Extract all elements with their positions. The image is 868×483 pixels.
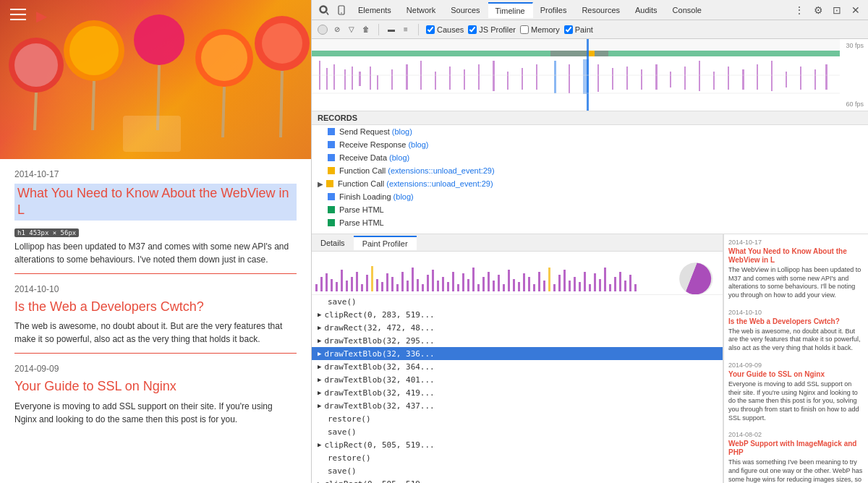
svg-rect-111 bbox=[558, 275, 561, 291]
trash-button[interactable]: 🗑 bbox=[361, 25, 371, 35]
tab-sources[interactable]: Sources bbox=[443, 3, 488, 17]
svg-rect-103 bbox=[518, 282, 520, 291]
svg-rect-86 bbox=[432, 270, 434, 291]
filter-button[interactable]: ▽ bbox=[346, 25, 357, 35]
tab-audits[interactable]: Audits bbox=[628, 3, 665, 17]
svg-rect-77 bbox=[386, 273, 388, 291]
svg-rect-50 bbox=[684, 67, 686, 90]
paint-checkbox[interactable] bbox=[564, 25, 573, 34]
svg-rect-42 bbox=[569, 64, 570, 93]
svg-rect-117 bbox=[589, 284, 591, 291]
records-list: Send Request (blog) Receive Response (bl… bbox=[312, 125, 868, 229]
close-icon[interactable]: ✕ bbox=[848, 2, 864, 18]
svg-rect-106 bbox=[533, 284, 535, 291]
svg-rect-75 bbox=[376, 279, 378, 291]
call-item-3[interactable]: ▶drawTextBlob(32, 295... bbox=[312, 334, 723, 347]
call-item-11[interactable]: ▶clipRect(0, 505, 519... bbox=[312, 438, 723, 451]
post-date-2: 2014-10-10 bbox=[14, 284, 297, 294]
record-item-5: Finish Loading (blog) bbox=[312, 190, 868, 203]
memory-checkbox[interactable] bbox=[520, 25, 529, 34]
post-title-2[interactable]: Is the Web a Developers Cwtch? bbox=[14, 299, 297, 315]
svg-rect-49 bbox=[670, 72, 671, 87]
svg-line-9 bbox=[35, 93, 36, 130]
svg-rect-119 bbox=[599, 279, 601, 291]
causes-checkbox-label[interactable]: Causes bbox=[426, 25, 464, 34]
svg-rect-68 bbox=[341, 270, 343, 291]
svg-rect-112 bbox=[563, 270, 566, 291]
call-item-5[interactable]: ▶drawTextBlob(32, 364... bbox=[312, 360, 723, 373]
svg-rect-101 bbox=[508, 270, 510, 291]
svg-rect-17 bbox=[312, 39, 840, 51]
call-item-10[interactable]: save() bbox=[312, 425, 723, 438]
js-profiler-checkbox-label[interactable]: JS Profiler bbox=[468, 25, 516, 34]
call-item-12[interactable]: restore() bbox=[312, 451, 723, 464]
record-item-1: Receive Response (blog) bbox=[312, 138, 868, 151]
call-item-0[interactable]: save() bbox=[312, 295, 723, 308]
devtools-tab-bar: Elements Network Sources Timeline Profil… bbox=[312, 0, 868, 20]
svg-rect-58 bbox=[800, 67, 801, 90]
tab-paint-profiler[interactable]: Paint Profiler bbox=[354, 236, 417, 250]
post-date-1: 2014-10-17 bbox=[14, 169, 297, 179]
undock-icon[interactable]: ⊡ bbox=[829, 2, 845, 18]
tab-timeline[interactable]: Timeline bbox=[488, 2, 533, 18]
js-profiler-checkbox[interactable] bbox=[468, 25, 477, 34]
call-item-1[interactable]: ▶clipRect(0, 283, 519... bbox=[312, 308, 723, 321]
settings-icon[interactable]: ⚙ bbox=[810, 2, 826, 18]
paint-checkbox-label[interactable]: Paint bbox=[564, 25, 593, 34]
bar-chart-icon[interactable]: ▬ bbox=[386, 25, 396, 35]
svg-rect-25 bbox=[344, 69, 346, 90]
memory-checkbox-label[interactable]: Memory bbox=[520, 25, 560, 34]
svg-rect-39 bbox=[522, 68, 523, 90]
svg-rect-43 bbox=[583, 59, 589, 94]
tab-console[interactable]: Console bbox=[665, 3, 710, 17]
svg-rect-127 bbox=[371, 266, 373, 291]
hamburger-menu[interactable] bbox=[10, 9, 26, 20]
flame-graph-area[interactable]: 1.262 ms bbox=[312, 252, 723, 295]
inspect-icon[interactable] bbox=[316, 2, 332, 18]
svg-rect-120 bbox=[604, 268, 606, 291]
call-item-14[interactable]: ▶clipRect(0, 505, 519... bbox=[312, 477, 723, 483]
record-button[interactable] bbox=[318, 25, 328, 35]
bottom-section: Details Paint Profiler bbox=[312, 234, 868, 483]
svg-rect-95 bbox=[477, 284, 480, 291]
svg-rect-36 bbox=[478, 64, 480, 90]
devtools-right-icons: ⋮ ⚙ ⊡ ✕ bbox=[791, 2, 864, 18]
svg-rect-55 bbox=[757, 64, 758, 90]
call-item-7[interactable]: ▶drawTextBlob(32, 419... bbox=[312, 386, 723, 399]
svg-rect-118 bbox=[594, 273, 596, 291]
svg-rect-19 bbox=[550, 51, 608, 56]
svg-rect-76 bbox=[381, 282, 383, 291]
preview-panel: 2014-10-17 What You Need to Know About t… bbox=[723, 234, 868, 483]
tab-resources[interactable]: Resources bbox=[574, 3, 628, 17]
call-item-4[interactable]: ▶drawTextBlob(32, 336... bbox=[312, 347, 723, 360]
post-title-1[interactable]: What You Need to Know About the WebView … bbox=[14, 184, 297, 221]
tab-profiles[interactable]: Profiles bbox=[533, 3, 575, 17]
tab-details[interactable]: Details bbox=[312, 236, 354, 249]
svg-rect-27 bbox=[359, 72, 361, 86]
call-item-8[interactable]: ▶drawTextBlob(32, 437... bbox=[312, 399, 723, 412]
tab-network[interactable]: Network bbox=[399, 3, 443, 17]
dock-icon[interactable]: ⋮ bbox=[791, 2, 807, 18]
call-item-2[interactable]: ▶drawRect(32, 472, 48... bbox=[312, 321, 723, 334]
mobile-icon[interactable] bbox=[333, 2, 349, 18]
causes-checkbox[interactable] bbox=[426, 25, 435, 34]
svg-rect-113 bbox=[569, 281, 571, 291]
element-badge-1: h1 453px × 56px bbox=[14, 228, 79, 237]
svg-rect-85 bbox=[427, 275, 429, 291]
call-item-6[interactable]: ▶drawTextBlob(32, 401... bbox=[312, 373, 723, 386]
svg-rect-110 bbox=[553, 284, 556, 291]
svg-point-16 bbox=[341, 12, 342, 14]
call-item-9[interactable]: restore() bbox=[312, 412, 723, 425]
tab-elements[interactable]: Elements bbox=[351, 3, 399, 17]
svg-point-4 bbox=[134, 14, 184, 65]
svg-rect-126 bbox=[634, 284, 637, 291]
call-item-13[interactable]: save() bbox=[312, 464, 723, 477]
svg-rect-114 bbox=[574, 277, 576, 291]
fps-60-label: 60 fps bbox=[846, 101, 864, 108]
clear-button[interactable]: ⊘ bbox=[332, 25, 342, 35]
svg-point-3 bbox=[69, 26, 119, 75]
flame-chart-icon[interactable]: ≡ bbox=[401, 25, 411, 35]
svg-rect-93 bbox=[467, 279, 469, 291]
post-title-3[interactable]: Your Guide to SSL on Nginx bbox=[14, 378, 297, 395]
timeline-graph[interactable]: 30 fps 60 fps bbox=[312, 39, 868, 111]
